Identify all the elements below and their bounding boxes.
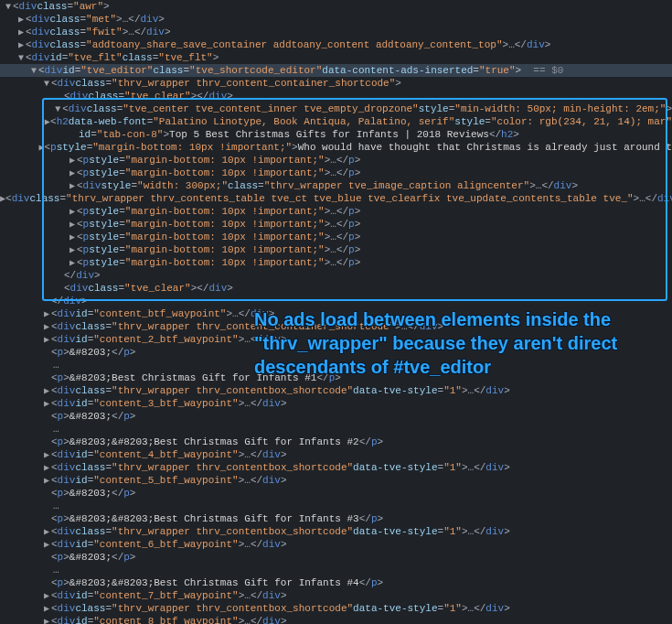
expand-arrow-icon[interactable]: ▼ — [42, 79, 51, 89]
dom-node-row[interactable]: <p>&#8203;</p> — [0, 346, 672, 359]
expand-arrow-icon[interactable]: ▶ — [16, 39, 26, 50]
expand-arrow-icon[interactable]: ▼ — [4, 2, 13, 12]
dom-node-row[interactable]: ▶<p style="margin-bottom: 10px !importan… — [0, 167, 672, 179]
dom-node-row[interactable]: <p>&#8203;&#8203;Best Christmas Gift for… — [0, 436, 672, 448]
dom-node-row[interactable]: … — [0, 500, 672, 512]
devtools-elements-panel[interactable]: ▼<div class="awr">▶<div class="met">…</d… — [0, 0, 672, 624]
dom-node-row[interactable]: ▼<div id="tve_editor" class="tve_shortco… — [0, 64, 672, 77]
dom-node-row[interactable]: … — [0, 423, 672, 436]
expand-arrow-icon[interactable]: ▼ — [29, 66, 38, 76]
expand-arrow-icon[interactable]: ▶ — [42, 590, 51, 601]
dom-node-row[interactable]: ▶<div id="content_4_btf_waypoint">…</div… — [0, 448, 672, 461]
dom-node-row[interactable]: ▼<div id="tve_flt" class="tve_flt"> — [0, 51, 672, 64]
dom-node-row[interactable]: <p>&#8203;&#8203;Best Christmas Gift for… — [0, 512, 672, 525]
dom-node-row[interactable]: </div> — [0, 269, 672, 282]
dom-node-row[interactable]: ▶<div class="fwit">…</div> — [0, 26, 672, 38]
dom-node-row[interactable]: ▶<div id="content_btf_waypoint">…</div> — [0, 307, 672, 320]
dom-node-row[interactable]: ▶<p style="margin-bottom: 10px !importan… — [0, 256, 672, 269]
expand-arrow-icon[interactable]: ▶ — [42, 462, 51, 473]
expand-arrow-icon[interactable]: ▶ — [68, 219, 77, 230]
dom-node-row[interactable]: ▶<div id="content_7_btf_waypoint">…</div… — [0, 589, 672, 602]
dom-node-row[interactable]: ▼<div class="tve_center tve_content_inne… — [0, 102, 672, 115]
dom-node-row[interactable]: ▶<p style="margin-bottom: 10px !importan… — [0, 243, 672, 256]
dom-node-row[interactable]: ▶<p style="margin-bottom: 10px !importan… — [0, 218, 672, 231]
dom-node-row[interactable]: ▶<div class="thrv_wrapper thrv_contentbo… — [0, 461, 672, 474]
expand-arrow-icon[interactable]: ▶ — [42, 539, 51, 550]
dom-node-row[interactable]: <div class="tve_clear"></div> — [0, 282, 672, 295]
expand-arrow-icon[interactable]: ▶ — [68, 206, 77, 217]
expand-arrow-icon[interactable]: ▶ — [68, 231, 77, 242]
dom-node-row[interactable]: ▶<p style="margin-bottom: 10px !importan… — [0, 231, 672, 243]
expand-arrow-icon[interactable]: ▶ — [42, 616, 51, 624]
dom-node-row[interactable]: … — [0, 564, 672, 576]
dom-node-row[interactable]: ▶<div id="content_2_btf_waypoint">…</div… — [0, 333, 672, 346]
dom-node-row[interactable]: </div> — [0, 295, 672, 307]
expand-arrow-icon[interactable]: ▶ — [68, 257, 77, 268]
dom-node-row[interactable]: <p>&#8203;</p> — [0, 487, 672, 500]
dom-node-row[interactable]: <p>&#8203;</p> — [0, 551, 672, 564]
expand-arrow-icon[interactable]: ▼ — [53, 104, 62, 114]
dom-node-row[interactable]: ▶<div class="thrv_wrapper thrv_contents_… — [0, 192, 672, 205]
dom-node-row[interactable]: ▶<div class="addtoany_share_save_contain… — [0, 38, 672, 51]
dom-node-row[interactable]: <p>&#8203;&#8203;Best Christmas Gift for… — [0, 576, 672, 589]
dom-node-row[interactable]: ▶<p style="margin-bottom: 10px !importan… — [0, 154, 672, 167]
dom-node-row[interactable]: <div class="tve_clear"></div> — [0, 90, 672, 102]
dom-node-row[interactable]: ▶<p style="margin-bottom: 10px !importan… — [0, 205, 672, 218]
expand-arrow-icon[interactable]: ▶ — [42, 398, 51, 409]
dom-node-row[interactable]: ▶<p style="margin-bottom: 10px !importan… — [0, 141, 672, 154]
expand-arrow-icon[interactable]: ▶ — [42, 334, 51, 345]
dom-node-row[interactable]: <p>&#8203;</p> — [0, 410, 672, 423]
expand-arrow-icon[interactable]: ▶ — [42, 526, 51, 537]
expand-arrow-icon[interactable]: ▶ — [42, 475, 51, 486]
dom-node-row[interactable]: id="tab-con-8">Top 5 Best Christmas Gift… — [0, 128, 672, 141]
expand-arrow-icon[interactable]: ▶ — [42, 321, 51, 332]
dom-node-row[interactable]: ▶<div class="thrv_wrapper thrv_content_c… — [0, 320, 672, 333]
expand-arrow-icon[interactable]: ▶ — [42, 385, 51, 396]
expand-arrow-icon[interactable]: ▶ — [68, 167, 77, 178]
dom-node-row[interactable]: ▶<div id="content_8_btf_waypoint">…</div… — [0, 615, 672, 624]
expand-arrow-icon[interactable]: ▶ — [68, 180, 77, 191]
expand-arrow-icon[interactable]: ▶ — [68, 244, 77, 255]
dom-tree[interactable]: ▼<div class="awr">▶<div class="met">…</d… — [0, 0, 672, 624]
expand-arrow-icon[interactable]: ▶ — [42, 603, 51, 614]
dom-node-row[interactable]: ▼<div class="awr"> — [0, 0, 672, 13]
dom-node-row[interactable]: ▶<div class="met">…</div> — [0, 13, 672, 26]
expand-arrow-icon[interactable]: ▼ — [16, 53, 26, 63]
dom-node-row[interactable]: ▶<div id="content_3_btf_waypoint">…</div… — [0, 397, 672, 410]
dom-node-row[interactable]: ▶<div style="width: 300px;" class="thrv_… — [0, 179, 672, 192]
dom-node-row[interactable]: ▶<div id="content_6_btf_waypoint">…</div… — [0, 538, 672, 551]
dom-node-row[interactable]: ▶<h2 data-web-font="Palatino Linotype, B… — [0, 115, 672, 128]
expand-arrow-icon[interactable]: ▶ — [42, 308, 51, 319]
dom-node-row[interactable]: ▼<div class="thrv_wrapper thrv_content_c… — [0, 77, 672, 90]
expand-arrow-icon[interactable]: ▶ — [42, 449, 51, 460]
dom-node-row[interactable]: ▶<div id="content_5_btf_waypoint">…</div… — [0, 474, 672, 487]
expand-arrow-icon[interactable]: ▶ — [16, 27, 26, 38]
dom-node-row[interactable]: ▶<div class="thrv_wrapper thrv_contentbo… — [0, 384, 672, 397]
dom-node-row[interactable]: <p>&#8203;Best Christmas Gift for Infant… — [0, 371, 672, 384]
dom-node-row[interactable]: … — [0, 359, 672, 371]
dom-node-row[interactable]: ▶<div class="thrv_wrapper thrv_contentbo… — [0, 525, 672, 538]
expand-arrow-icon[interactable]: ▶ — [16, 14, 26, 25]
expand-arrow-icon[interactable]: ▶ — [68, 155, 77, 166]
dom-node-row[interactable]: ▶<div class="thrv_wrapper thrv_contentbo… — [0, 602, 672, 615]
